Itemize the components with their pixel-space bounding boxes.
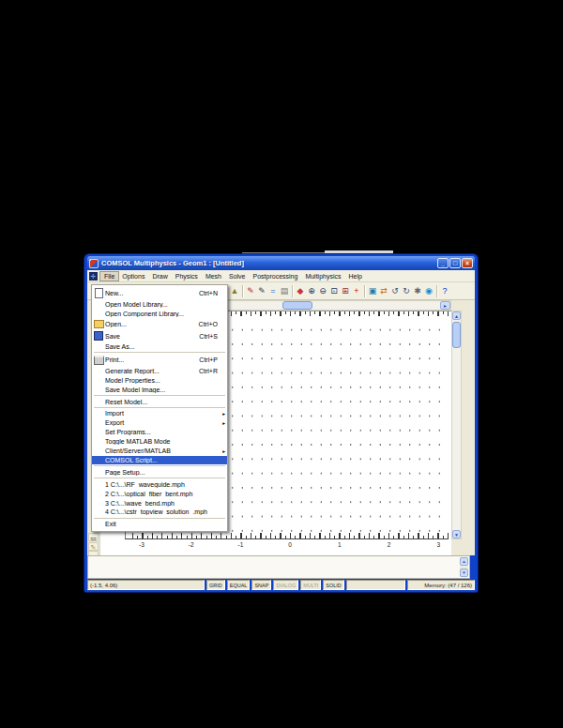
draw-point-icon[interactable]: +: [351, 284, 362, 297]
maximize-button[interactable]: □: [449, 258, 461, 268]
status-toggles: GRIDEQUALSNAPDIALOGMULTISOLID: [206, 580, 344, 590]
help-icon[interactable]: ?: [439, 284, 450, 297]
menu-item-label: Toggle MATLAB Mode: [105, 438, 220, 445]
menu-item-physics[interactable]: Physics: [172, 272, 202, 281]
vertical-scroll-thumb[interactable]: [452, 322, 461, 348]
file-menu-item-3-c-wave-bend-mph[interactable]: 3 C:\...\wave_bend.mph: [92, 498, 227, 508]
file-menu-item-toggle-matlab-mode[interactable]: Toggle MATLAB Mode: [92, 437, 227, 447]
mesh-mode-icon[interactable]: ▤: [279, 284, 290, 297]
physics-mode-icon[interactable]: ✎: [256, 284, 267, 297]
menu-item-label: Page Setup...: [105, 469, 220, 476]
file-menu-item-import[interactable]: Import▸: [92, 409, 227, 418]
status-toggle-multi[interactable]: MULTI: [300, 580, 321, 590]
menu-item-draw[interactable]: Draw: [148, 272, 171, 281]
horizontal-scroll-thumb[interactable]: [282, 301, 312, 310]
menu-item-label: Model Properties...: [105, 377, 220, 384]
file-menu-item-exit[interactable]: Exit: [92, 520, 227, 529]
menu-item-postprocessing[interactable]: Postprocessing: [250, 272, 302, 281]
file-menu-item-4-c-cstr-topview-solution-mph[interactable]: 4 C:\...\cstr_topview_solution_.mph: [92, 508, 227, 517]
comsol-logo-icon: [89, 259, 99, 268]
file-menu-item-open[interactable]: Open...Ctrl+O: [92, 319, 227, 330]
menu-item-label: Save As...: [105, 343, 220, 350]
log-scroll-up-icon[interactable]: ▲: [460, 557, 468, 566]
rotate-cw-icon[interactable]: ↻: [401, 284, 412, 297]
x-axis-label: 1: [338, 541, 342, 548]
settings-icon[interactable]: ✱: [412, 284, 423, 297]
menu-item-icon-slot: [92, 288, 105, 298]
file-menu-item-2-c-optical-fiber-bent-mph[interactable]: 2 C:\...\optical_fiber_bent.mph: [92, 489, 227, 498]
rotate-ccw-icon[interactable]: ↺: [389, 284, 401, 297]
file-menu-item-page-setup[interactable]: Page Setup...: [92, 467, 227, 477]
draw-line-icon[interactable]: ✎: [88, 542, 99, 551]
status-toggle-solid[interactable]: SOLID: [323, 580, 344, 590]
menu-item-label: 1 C:\...\RF_waveguide.mph: [105, 481, 220, 488]
menu-item-label: Save Model Image...: [105, 387, 220, 393]
menu-item-options[interactable]: Options: [118, 272, 148, 281]
menu-separator: [94, 407, 225, 408]
status-toggle-equal[interactable]: EQUAL: [227, 580, 251, 590]
plot-parameters-icon[interactable]: ◆: [295, 284, 306, 297]
file-menu-item-print[interactable]: Print...Ctrl+P: [92, 354, 227, 366]
file-menu-item-open-model-library[interactable]: Open Model Library...: [92, 300, 227, 310]
menu-item-help[interactable]: Help: [345, 272, 366, 281]
zoom-extents-icon[interactable]: ⊞: [340, 284, 351, 297]
minimize-button[interactable]: _: [437, 258, 449, 268]
scroll-up-icon[interactable]: ▲: [452, 311, 461, 320]
status-bar: (-1.5, 4.06) GRIDEQUALSNAPDIALOGMULTISOL…: [87, 580, 475, 590]
menu-item-label: New...: [105, 290, 199, 296]
file-menu-item-reset-model[interactable]: Reset Model...: [92, 397, 227, 406]
toolbar-separator: [242, 285, 243, 297]
close-button[interactable]: ×: [462, 258, 473, 268]
geom-window-icon[interactable]: ✛: [89, 272, 98, 281]
zoom-window-icon[interactable]: ⊡: [328, 284, 340, 297]
log-scrollbar[interactable]: ▲ ▼: [460, 557, 468, 577]
zoom-in-icon[interactable]: ⊕: [306, 284, 317, 297]
menu-item-file[interactable]: File: [100, 272, 118, 281]
menu-item-label: 4 C:\...\cstr_topview_solution_.mph: [105, 508, 220, 515]
window-title: COMSOL Multiphysics - Geom1 : [Untitled]: [101, 259, 436, 267]
log-scroll-down-icon[interactable]: ▼: [460, 569, 468, 577]
toolbar-separator: [364, 285, 365, 297]
menu-item-shortcut: Ctrl+R: [199, 368, 220, 374]
scene-light-icon[interactable]: ◉: [423, 284, 434, 297]
file-menu-item-model-properties[interactable]: Model Properties...: [92, 375, 227, 385]
file-menu-item-new[interactable]: New...Ctrl+N: [92, 287, 227, 300]
message-log[interactable]: ▲ ▼: [87, 555, 470, 579]
status-toggle-dialog[interactable]: DIALOG: [273, 580, 298, 590]
file-menu-item-save-as[interactable]: Save As...: [92, 342, 227, 352]
status-spacer: [346, 580, 405, 590]
file-menu-item-set-programs[interactable]: Set Programs...: [92, 428, 227, 437]
file-menu-item-comsol-script[interactable]: COMSOL Script...: [92, 456, 227, 465]
file-menu-item-save-model-image[interactable]: Save Model Image...: [92, 385, 227, 394]
equation-system-icon[interactable]: =: [267, 284, 279, 297]
vertical-scrollbar[interactable]: ▲ ▼: [451, 311, 462, 539]
comsol-window: COMSOL Multiphysics - Geom1 : [Untitled]…: [84, 254, 478, 592]
pan-icon[interactable]: ⇄: [378, 284, 389, 297]
menu-item-mesh[interactable]: Mesh: [202, 272, 225, 281]
file-menu-item-1-c-rf-waveguide-mph[interactable]: 1 C:\...\RF_waveguide.mph: [92, 479, 227, 489]
file-menu-item-open-component-library[interactable]: Open Component Library...: [92, 310, 227, 319]
draw-rectangle-icon[interactable]: ▭: [88, 533, 99, 541]
zoom-out-icon[interactable]: ⊖: [317, 284, 328, 297]
model-navigator-icon[interactable]: ▲: [229, 284, 240, 297]
draw-mode-icon[interactable]: ✎: [245, 284, 256, 297]
menu-item-label: Print...: [105, 356, 199, 363]
scroll-down-icon[interactable]: ▼: [452, 530, 461, 538]
menu-item-label: Open...: [105, 321, 199, 327]
file-menu-item-save[interactable]: SaveCtrl+S: [92, 330, 227, 342]
menu-item-label: Set Programs...: [105, 429, 220, 435]
printer-icon: [94, 356, 104, 365]
save-floppy-icon: [94, 331, 103, 341]
menu-item-icon-slot: [92, 320, 105, 328]
title-bar[interactable]: COMSOL Multiphysics - Geom1 : [Untitled]…: [87, 256, 475, 270]
status-toggle-grid[interactable]: GRID: [206, 580, 225, 590]
menu-item-multiphysics[interactable]: Multiphysics: [301, 272, 344, 281]
select-objects-icon[interactable]: ▣: [367, 284, 378, 297]
file-menu-item-generate-report[interactable]: Generate Report...Ctrl+R: [92, 366, 227, 375]
scroll-right-icon[interactable]: ►: [440, 301, 450, 310]
status-toggle-snap[interactable]: SNAP: [251, 580, 271, 590]
menu-item-solve[interactable]: Solve: [225, 272, 250, 281]
file-menu-item-client-server-matlab[interactable]: Client/Server/MATLAB▸: [92, 447, 227, 456]
file-menu-item-export[interactable]: Export▸: [92, 418, 227, 428]
cursor-coordinates: (-1.5, 4.06): [87, 580, 205, 590]
